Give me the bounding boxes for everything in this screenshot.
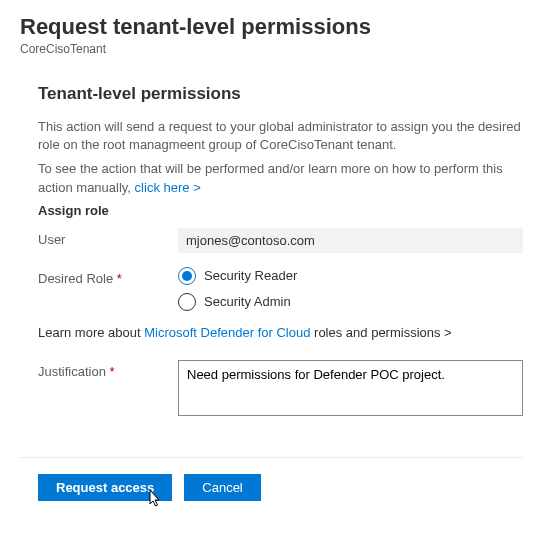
- radio-icon: [178, 293, 196, 311]
- click-here-link[interactable]: click here >: [135, 180, 201, 195]
- request-access-button[interactable]: Request access: [38, 474, 172, 501]
- justification-label: Justification *: [38, 360, 178, 379]
- tenant-name: CoreCisoTenant: [20, 42, 523, 56]
- radio-icon: [178, 267, 196, 285]
- role-option-security-reader[interactable]: Security Reader: [178, 267, 523, 285]
- cancel-button[interactable]: Cancel: [184, 474, 260, 501]
- section-heading: Tenant-level permissions: [38, 84, 523, 104]
- learn-more-text: Learn more about Microsoft Defender for …: [38, 325, 523, 340]
- user-label: User: [38, 228, 178, 247]
- assign-role-label: Assign role: [38, 203, 523, 218]
- user-input: [178, 228, 523, 253]
- role-option-security-admin[interactable]: Security Admin: [178, 293, 523, 311]
- justification-textarea[interactable]: [178, 360, 523, 416]
- desired-role-label: Desired Role *: [38, 267, 178, 286]
- learn-more-link[interactable]: Microsoft Defender for Cloud: [144, 325, 314, 340]
- description-line-2: To see the action that will be performed…: [38, 160, 523, 196]
- page-title: Request tenant-level permissions: [20, 14, 523, 40]
- description-line-1: This action will send a request to your …: [38, 118, 523, 154]
